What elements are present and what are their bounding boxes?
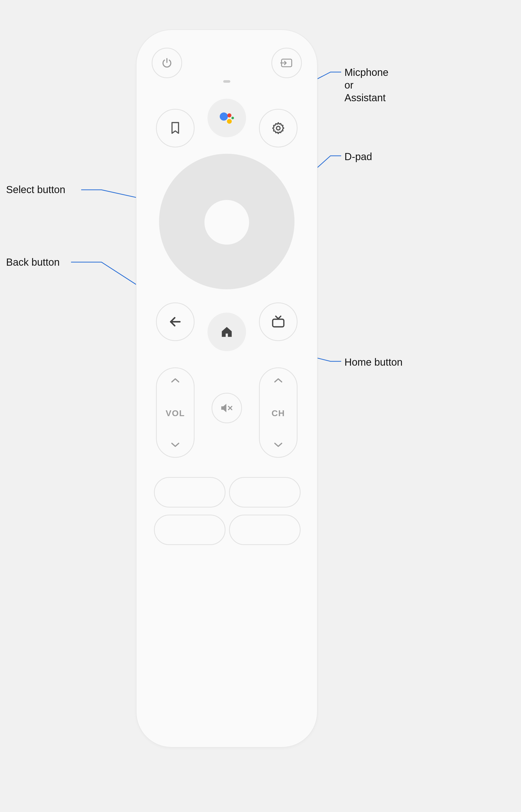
assistant-button[interactable] [207,99,246,137]
svg-point-2 [227,113,231,117]
app-shortcut-2[interactable] [229,477,300,508]
channel-rocker[interactable]: CH [259,367,297,458]
chevron-down-icon [157,442,194,448]
svg-point-3 [227,119,232,124]
svg-point-1 [220,112,228,120]
power-icon [153,48,181,77]
back-button[interactable] [156,302,195,341]
callout-home: Home button [344,356,403,368]
callout-dpad: D-pad [344,150,372,163]
callout-back: Back button [6,256,60,269]
app-shortcut-1[interactable] [154,477,226,508]
svg-point-4 [231,117,234,119]
back-arrow-icon [157,303,194,340]
chevron-up-icon [157,377,194,383]
app-shortcut-4[interactable] [229,515,300,545]
dpad-select-button[interactable] [204,200,249,245]
microphone-led [223,80,230,83]
bookmark-button[interactable] [156,109,195,148]
remote-body: VOL CH [136,29,318,748]
svg-rect-6 [273,319,284,327]
power-button[interactable] [152,48,182,78]
tv-icon [260,303,297,340]
assistant-icon [207,99,246,137]
volume-label: VOL [157,408,194,418]
svg-point-5 [276,127,280,130]
live-guide-button[interactable] [259,302,297,341]
gear-icon [260,110,297,147]
bookmark-icon [157,110,194,147]
app-shortcut-3[interactable] [154,515,226,545]
callout-microphone: Micphone or Assistant [344,66,451,104]
home-icon [207,313,246,351]
settings-button[interactable] [259,109,297,148]
chevron-down-icon [260,442,297,448]
volume-rocker[interactable]: VOL [156,367,195,458]
chevron-up-icon [260,377,297,383]
input-icon [272,48,301,77]
home-button[interactable] [207,313,246,351]
mute-icon [212,393,241,423]
channel-label: CH [260,408,297,418]
mute-button[interactable] [211,393,242,423]
callout-select: Select button [6,183,65,196]
input-button[interactable] [271,48,302,78]
